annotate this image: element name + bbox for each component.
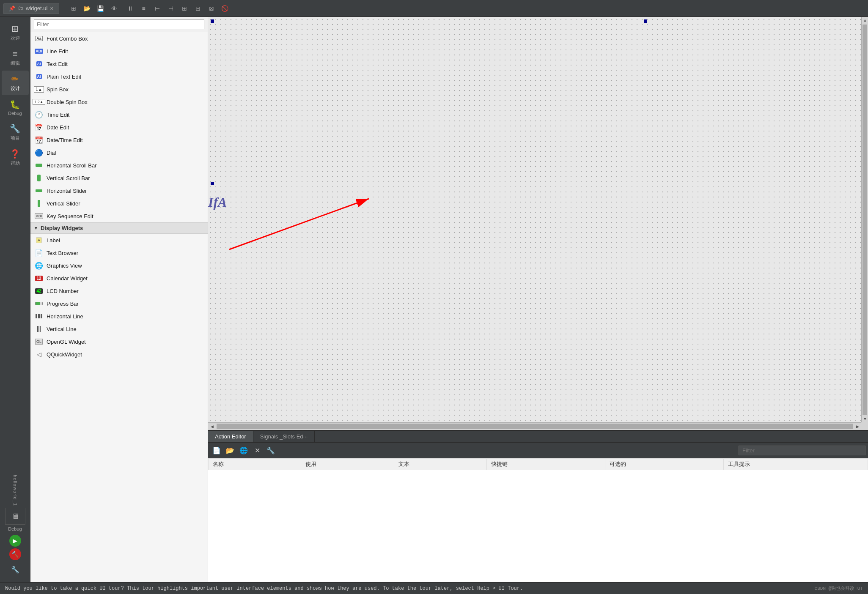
welcome-icon: ⊞: [11, 24, 19, 34]
col-header-optional: 可选的: [605, 459, 724, 470]
design-icon: ✏: [11, 74, 19, 84]
sidebar-item-design[interactable]: ✏ 设计: [2, 71, 29, 95]
hscroll-right-btn[interactable]: ▶: [854, 423, 861, 430]
action-delete-btn[interactable]: ✕: [251, 444, 263, 456]
canvas-area[interactable]: ▲ ▼ ◀ ▶: [208, 17, 868, 430]
close-icon[interactable]: ×: [50, 5, 53, 12]
sidebar-item-help[interactable]: ❓ 帮助: [2, 145, 29, 170]
tool-pointer-icon[interactable]: 🚫: [219, 3, 231, 14]
h-scroll-bar-icon: [35, 161, 43, 170]
canvas-grid: [208, 17, 868, 430]
tab-label: widget.ui: [26, 5, 47, 11]
col-header-name: 名称: [209, 459, 301, 470]
scroll-corner: [861, 422, 868, 430]
col-header-tooltip: 工具提示: [724, 459, 868, 470]
widget-item-v-scroll-bar[interactable]: Vertical Scroll Bar: [30, 172, 208, 184]
widget-item-double-spin-box[interactable]: 1.2▲ Double Spin Box: [30, 96, 208, 108]
sidebar-item-project[interactable]: 🔧 项目: [2, 120, 29, 145]
widget-item-v-slider[interactable]: Vertical Slider: [30, 197, 208, 210]
widget-item-label[interactable]: A Label: [30, 234, 208, 246]
widget-item-lcd-number[interactable]: 42 LCD Number: [30, 285, 208, 297]
tool-open-icon[interactable]: 📂: [81, 3, 93, 14]
debug-icon: 🐛: [10, 99, 20, 109]
tab-signals-slots[interactable]: Signals _Slots Ed···: [253, 431, 315, 442]
widget-item-plain-text-edit[interactable]: AI Plain Text Edit: [30, 70, 208, 83]
plain-text-edit-icon: AI: [35, 72, 43, 81]
tool-layout2-icon[interactable]: ≡: [138, 3, 150, 14]
qquick-widget-icon: ◁: [35, 350, 43, 359]
tool-preview-icon[interactable]: 👁: [108, 3, 120, 14]
filter-input[interactable]: [34, 19, 204, 29]
widget-item-progress-bar[interactable]: Progress Bar: [30, 297, 208, 310]
canvas-handle-tr[interactable]: [644, 19, 647, 23]
widget-item-spin-box[interactable]: 1▲ Spin Box: [30, 83, 208, 96]
widget-item-time-edit[interactable]: 🕐 Time Edit: [30, 108, 208, 121]
widget-item-text-browser[interactable]: 📄 Text Browser: [30, 246, 208, 259]
widget-item-qquick-widget[interactable]: ◁ QQuickWidget: [30, 348, 208, 361]
v-line-icon: [35, 325, 43, 333]
text-browser-icon: 📄: [35, 249, 43, 257]
tool-layout7-icon[interactable]: ⊠: [206, 3, 217, 14]
tool-layout3-icon[interactable]: ⊢: [151, 3, 163, 14]
sidebar-item-welcome[interactable]: ⊞ 欢迎: [2, 20, 29, 45]
action-settings-btn[interactable]: 🔧: [265, 444, 277, 456]
calendar-widget-icon: 12: [35, 274, 43, 282]
run-button[interactable]: ▶: [9, 535, 21, 547]
tool-layout4-icon[interactable]: ⊣: [165, 3, 177, 14]
tool-layout6-icon[interactable]: ⊟: [192, 3, 204, 14]
tool-save-icon[interactable]: 💾: [95, 3, 107, 14]
widget-item-calendar-widget[interactable]: 12 Calendar Widget: [30, 272, 208, 285]
action-new-btn[interactable]: 📄: [211, 444, 222, 456]
widget-item-line-edit[interactable]: ABI Line Edit: [30, 45, 208, 57]
monitor-icon: 🖥: [5, 508, 25, 525]
widget-item-key-sequence-edit[interactable]: ABI Key Sequence Edit: [30, 210, 208, 222]
vscroll-up-btn[interactable]: ▲: [862, 17, 868, 24]
widget-item-h-slider[interactable]: Horizontal Slider: [30, 184, 208, 197]
action-editor-content: 名称 使用 文本 快捷键 可选的 工具提示: [208, 458, 868, 582]
tool-layout1-icon[interactable]: ⏸: [124, 3, 136, 14]
action-open-btn[interactable]: 📂: [224, 444, 236, 456]
vscroll-down-btn[interactable]: ▼: [862, 416, 868, 422]
widget-item-text-edit[interactable]: AI Text Edit: [30, 57, 208, 70]
title-tab[interactable]: 📌 🗂 widget.ui ×: [3, 3, 59, 14]
widget-list: Aa Font Combo Box ABI Line Edit AI Text …: [30, 32, 208, 582]
tab-action-editor[interactable]: Action Editor: [208, 431, 253, 442]
wrench-button[interactable]: 🔧: [9, 564, 21, 575]
widget-item-v-line[interactable]: Vertical Line: [30, 323, 208, 335]
vscroll-thumb[interactable]: [863, 25, 867, 415]
widget-item-h-line[interactable]: Horizontal Line: [30, 310, 208, 323]
canvas-handle-tl[interactable]: [211, 19, 214, 23]
widget-item-date-edit[interactable]: 📅 Date Edit: [30, 121, 208, 134]
sidebar-item-edit[interactable]: ≡ 编辑: [2, 46, 29, 70]
tool-sep1: [122, 4, 123, 13]
canvas-vscrollbar[interactable]: ▲ ▼: [861, 17, 868, 422]
title-toolbar: ⊞ 📂 💾 👁 ⏸ ≡ ⊢ ⊣ ⊞ ⊟ ⊠ 🚫: [68, 3, 231, 14]
widget-item-opengl-widget[interactable]: GL OpenGL Widget: [30, 335, 208, 348]
action-link-btn[interactable]: 🌐: [238, 444, 250, 456]
sidebar-label-edit: 编辑: [11, 60, 20, 66]
font-combo-icon: Aa: [35, 34, 43, 43]
canvas-handle-ml[interactable]: [211, 182, 214, 185]
debug-bottom-label: Debug: [8, 526, 22, 531]
widget-item-datetime-edit[interactable]: 📆 Date/Time Edit: [30, 134, 208, 146]
display-widgets-section[interactable]: ▼ Display Widgets: [30, 222, 208, 234]
action-filter-area: [278, 446, 865, 455]
hscroll-left-btn[interactable]: ◀: [208, 423, 216, 430]
action-filter-input[interactable]: [739, 446, 865, 455]
help-icon: ❓: [10, 149, 20, 159]
tool-new-icon[interactable]: ⊞: [68, 3, 80, 14]
widget-item-dial[interactable]: 🔵 Dial: [30, 146, 208, 159]
sidebar-item-debug[interactable]: 🐛 Debug: [2, 96, 29, 119]
canvas-hscrollbar[interactable]: ◀ ▶: [208, 422, 861, 430]
widget-item-font-combo-box[interactable]: Aa Font Combo Box: [30, 32, 208, 45]
widget-item-h-scroll-bar[interactable]: Horizontal Scroll Bar: [30, 159, 208, 172]
col-header-text: 文本: [394, 459, 486, 470]
edit-icon: ≡: [13, 49, 18, 59]
build-button[interactable]: 🔨: [9, 548, 21, 560]
h-line-icon: [35, 312, 43, 320]
tool-layout5-icon[interactable]: ⊞: [179, 3, 190, 14]
sidebar-label-design: 设计: [11, 85, 20, 92]
widget-item-graphics-view[interactable]: 🌐 Graphics View: [30, 259, 208, 272]
dial-icon: 🔵: [35, 148, 43, 157]
hscroll-thumb[interactable]: [217, 424, 853, 429]
